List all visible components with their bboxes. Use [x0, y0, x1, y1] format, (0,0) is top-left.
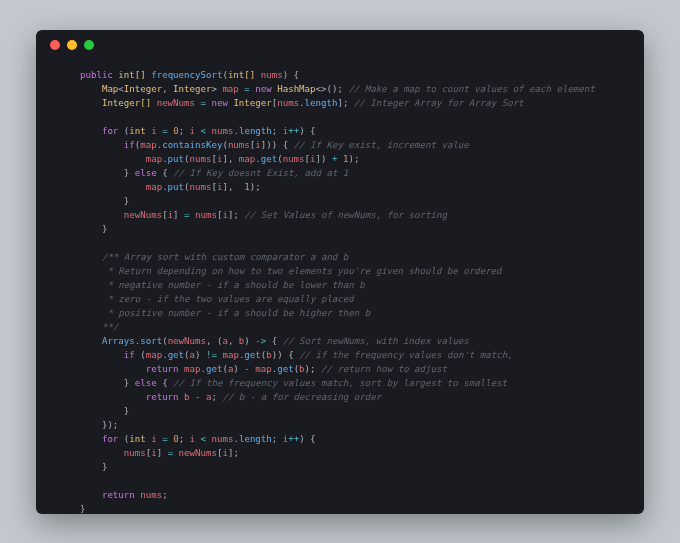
minimize-icon[interactable] [67, 40, 77, 50]
code-block: public int[] frequencySort(int[] nums) {… [80, 68, 630, 514]
close-icon[interactable] [50, 40, 60, 50]
titlebar [36, 30, 644, 60]
zoom-icon[interactable] [84, 40, 94, 50]
code-window: public int[] frequencySort(int[] nums) {… [36, 30, 644, 514]
